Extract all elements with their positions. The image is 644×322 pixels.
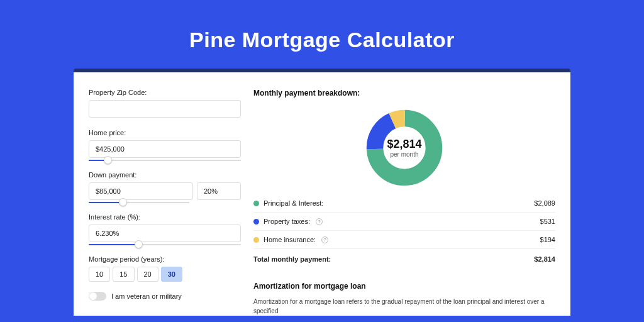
legend-row-taxes: Property taxes: ? $531 [253,213,555,231]
down-payment-slider[interactable] [89,202,189,203]
field-interest-rate: Interest rate (%): [89,213,241,245]
field-home-price: Home price: [89,129,241,161]
legend-value: $2,089 [534,199,555,207]
interest-rate-slider[interactable] [89,244,241,245]
breakdown-title: Monthly payment breakdown: [253,89,555,97]
field-veteran: I am veteran or military [89,292,241,301]
amortization-text: Amortization for a mortgage loan refers … [253,297,555,316]
mortgage-period-options: 10 15 20 30 [89,267,241,282]
home-price-slider-thumb[interactable] [104,156,112,164]
legend-label: Home insurance: [264,236,316,243]
zip-label: Property Zip Code: [89,89,241,96]
period-option-10[interactable]: 10 [89,267,110,282]
interest-rate-input[interactable] [89,225,241,242]
inputs-column: Property Zip Code: Home price: Down paym… [89,89,241,316]
legend-value: $531 [540,218,555,225]
legend-dot-icon [253,237,259,243]
legend-total-label: Total monthly payment: [253,255,331,263]
down-payment-slider-thumb[interactable] [119,198,127,206]
interest-rate-slider-thumb[interactable] [135,240,143,248]
veteran-toggle-label: I am veteran or military [111,292,182,300]
donut-chart-wrap: $2,814 per month [253,104,555,194]
page-title: Pine Mortgage Calculator [0,0,644,69]
period-option-30[interactable]: 30 [161,267,182,282]
veteran-toggle[interactable] [89,292,106,301]
field-zip: Property Zip Code: [89,89,241,119]
field-down-payment: Down payment: [89,171,241,203]
calculator-panel: Property Zip Code: Home price: Down paym… [74,72,570,316]
calculator-panel-shadow: Property Zip Code: Home price: Down paym… [74,69,570,316]
down-payment-amount-input[interactable] [89,182,193,200]
legend-row-total: Total monthly payment: $2,814 [253,249,555,268]
home-price-label: Home price: [89,129,241,136]
legend-value: $194 [540,236,555,243]
legend-label: Property taxes: [264,218,310,225]
amortization-title: Amortization for mortgage loan [253,282,555,291]
legend-dot-icon [253,219,259,225]
home-price-input[interactable] [89,140,241,158]
mortgage-period-label: Mortgage period (years): [89,255,241,263]
help-icon[interactable]: ? [321,236,328,243]
legend-label: Principal & Interest: [264,199,323,207]
donut-amount-sub: per month [390,151,418,158]
zip-input[interactable] [89,100,241,118]
home-price-slider[interactable] [89,160,241,161]
down-payment-label: Down payment: [89,171,241,179]
veteran-toggle-knob [89,292,97,300]
down-payment-percent-input[interactable] [197,182,241,200]
donut-amount: $2,814 [387,138,421,151]
interest-rate-label: Interest rate (%): [89,213,241,221]
period-option-15[interactable]: 15 [113,267,134,282]
field-mortgage-period: Mortgage period (years): 10 15 20 30 [89,255,241,282]
legend-row-insurance: Home insurance: ? $194 [253,231,555,249]
donut-chart: $2,814 per month [365,109,443,187]
breakdown-column: Monthly payment breakdown: $2,814 per mo… [253,89,555,316]
period-option-20[interactable]: 20 [137,267,158,282]
legend-total-value: $2,814 [534,255,555,263]
legend-dot-icon [253,201,259,206]
legend-row-principal: Principal & Interest: $2,089 [253,194,555,213]
donut-center: $2,814 per month [365,109,443,187]
help-icon[interactable]: ? [316,218,323,225]
